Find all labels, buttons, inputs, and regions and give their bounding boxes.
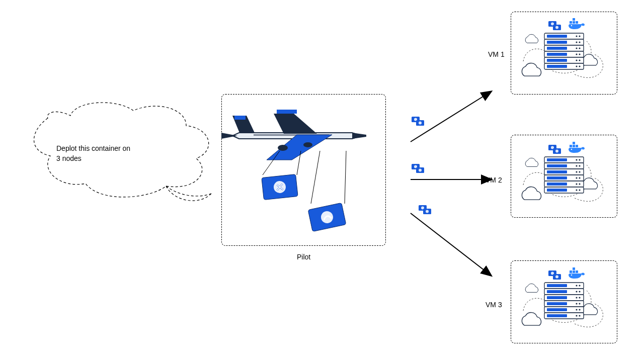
vm1-label: VM 1 — [488, 50, 505, 58]
vm3-label: VM 3 — [486, 301, 502, 309]
svg-line-40 — [411, 92, 491, 142]
vm2-label: VM 2 — [486, 176, 502, 184]
speech-text: Deplot this container on 3 nodes — [56, 143, 130, 164]
container-icon — [412, 164, 424, 173]
container-icon — [419, 205, 431, 214]
vm-box-2 — [511, 135, 617, 218]
container-icon — [412, 117, 424, 126]
pilot-label: Pilot — [297, 253, 310, 261]
speech-line2: 3 nodes — [56, 154, 82, 162]
pilot-box — [221, 94, 386, 246]
svg-line-42 — [411, 213, 491, 276]
vm-box-3 — [511, 260, 617, 343]
vm-box-1 — [511, 12, 617, 95]
speech-line1: Deplot this container on — [56, 144, 130, 152]
